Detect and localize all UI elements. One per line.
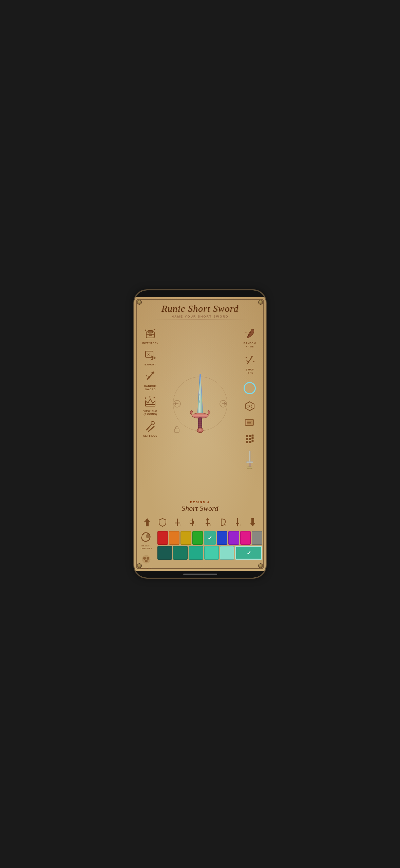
- export-button[interactable]: ✕ EXPORT: [138, 347, 162, 366]
- random-sword-label: RANDOM SWORD: [144, 384, 157, 391]
- shuffle-label: SHUFFLE: [140, 567, 152, 569]
- color-yellow[interactable]: [180, 531, 191, 545]
- svg-point-96: [145, 560, 148, 562]
- swap-type-button[interactable]: ✦ ✦ ✦ SWAP TYPE: [242, 352, 257, 375]
- swap-type-icon: ✦ ✦ ✦: [242, 352, 257, 367]
- part-axe[interactable]: +: [185, 516, 200, 528]
- color-gray[interactable]: [252, 531, 262, 545]
- svg-line-46: [247, 360, 249, 362]
- color-dark-teal[interactable]: [157, 546, 172, 560]
- random-name-button[interactable]: ✦ ✦ RANDOM NAME: [242, 326, 257, 348]
- part-sword-type[interactable]: +: [200, 516, 215, 528]
- grid-button[interactable]: [245, 434, 254, 445]
- color-mid-teal[interactable]: [173, 546, 188, 560]
- svg-text:★: ★: [153, 396, 155, 399]
- svg-point-51: [249, 405, 250, 407]
- left-sidebar: ★ ★ INVENTORY ✕: [138, 323, 162, 499]
- shuffle-button[interactable]: SHUFFLE: [138, 552, 155, 569]
- view-dlc-label: VIEW DLC (0 COINS): [144, 410, 157, 416]
- main-content: Runic Short Sword NAME YOUR SHORT SWORD: [134, 297, 266, 571]
- color-green[interactable]: [192, 531, 203, 545]
- dice-button[interactable]: [245, 401, 255, 413]
- svg-rect-41: [174, 429, 179, 432]
- color-light-teal[interactable]: [204, 546, 219, 560]
- status-bar-bottom: [134, 571, 266, 578]
- part-shield[interactable]: +: [155, 516, 170, 528]
- svg-point-53: [251, 405, 252, 406]
- scroll-button[interactable]: [245, 418, 255, 428]
- color-indicator-circle[interactable]: [244, 382, 256, 394]
- color-blue[interactable]: [217, 531, 227, 545]
- color-teal-selected-2[interactable]: ✓: [235, 546, 262, 560]
- svg-text:✦: ✦: [146, 375, 148, 377]
- revert-label: REVERT COLOURS: [140, 545, 152, 550]
- svg-text:+: +: [224, 523, 226, 527]
- color-pale-teal[interactable]: [220, 546, 234, 560]
- color-meta-buttons: REVERT COLOURS SHUFFLE: [138, 531, 155, 569]
- part-selector: + + +: [134, 514, 266, 530]
- svg-rect-72: [249, 463, 251, 467]
- random-sword-icon: ✦ ✦: [143, 369, 158, 384]
- svg-text:★: ★: [149, 396, 151, 398]
- svg-text:✦: ✦: [245, 331, 247, 334]
- part-crossguard[interactable]: +: [170, 516, 185, 528]
- color-pink[interactable]: [240, 531, 251, 545]
- part-arrow-left[interactable]: [140, 516, 155, 528]
- color-teal-selected[interactable]: ✓: [204, 531, 216, 545]
- svg-rect-65: [249, 438, 251, 440]
- svg-marker-91: [250, 518, 255, 526]
- sword-pedestal: [245, 450, 255, 470]
- svg-point-55: [251, 407, 252, 408]
- svg-rect-82: [190, 521, 193, 524]
- title-underline: [153, 320, 247, 320]
- svg-rect-67: [246, 441, 248, 443]
- color-purple[interactable]: [228, 531, 239, 545]
- view-dlc-button[interactable]: ★ ★ ★ VIEW DLC (0 COINS): [138, 394, 162, 416]
- svg-point-40: [198, 429, 202, 431]
- settings-button[interactable]: SETTINGS: [138, 419, 162, 437]
- color-orange[interactable]: [169, 531, 179, 545]
- settings-label: SETTINGS: [143, 434, 157, 437]
- svg-rect-68: [249, 441, 251, 443]
- color-row-1: ✓: [157, 531, 262, 545]
- status-bar-top: [134, 290, 266, 297]
- random-name-label: RANDOM NAME: [244, 342, 256, 348]
- svg-text:+: +: [209, 523, 211, 527]
- content-area: Runic Short Sword NAME YOUR SHORT SWORD: [134, 297, 266, 571]
- svg-text:★: ★: [145, 329, 147, 332]
- color-row-2: ✓: [157, 546, 262, 560]
- view-dlc-icon: ★ ★ ★: [143, 394, 158, 409]
- svg-text:★: ★: [153, 328, 155, 331]
- random-sword-button[interactable]: ✦ ✦ RANDOM SWORD: [138, 369, 162, 391]
- svg-rect-17: [146, 404, 155, 406]
- design-section: DESIGN A Short Sword: [134, 499, 266, 514]
- svg-point-22: [151, 421, 154, 425]
- svg-text:✦: ✦: [151, 372, 153, 375]
- part-small-sword[interactable]: +: [230, 516, 245, 528]
- color-section: REVERT COLOURS SHUFFLE: [134, 530, 266, 571]
- svg-rect-71: [246, 462, 253, 463]
- design-name: Short Sword: [134, 504, 266, 513]
- revert-colours-button[interactable]: REVERT COLOURS: [138, 531, 155, 550]
- svg-rect-61: [246, 435, 248, 437]
- color-red[interactable]: [157, 531, 168, 545]
- middle-section: ★ ★ INVENTORY ✕: [134, 323, 266, 499]
- color-bright-teal[interactable]: [189, 546, 203, 560]
- svg-marker-92: [142, 534, 144, 536]
- svg-text:+: +: [164, 522, 166, 526]
- svg-text:+: +: [179, 523, 181, 527]
- lock-icon[interactable]: [173, 426, 180, 434]
- svg-text:✦: ✦: [251, 355, 253, 358]
- svg-rect-70: [249, 451, 250, 463]
- phone-frame: Runic Short Sword NAME YOUR SHORT SWORD: [133, 289, 267, 579]
- svg-text:✕: ✕: [147, 352, 150, 357]
- inventory-button[interactable]: ★ ★ INVENTORY: [138, 326, 162, 345]
- svg-point-94: [143, 557, 146, 560]
- revert-icon: [140, 531, 152, 544]
- svg-rect-64: [246, 438, 248, 440]
- part-d-type[interactable]: +: [215, 516, 230, 528]
- export-icon: ✕: [143, 347, 158, 362]
- part-arrow-right[interactable]: [245, 516, 260, 528]
- svg-marker-75: [145, 518, 150, 526]
- settings-icon: [143, 419, 158, 434]
